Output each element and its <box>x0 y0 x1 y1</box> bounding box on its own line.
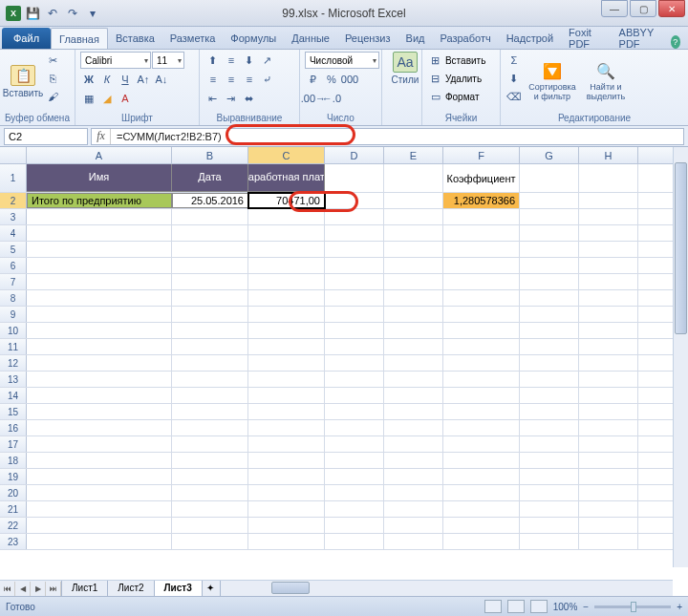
cell-c4[interactable] <box>248 225 325 241</box>
cell-b16[interactable] <box>172 420 248 435</box>
cell-a3[interactable] <box>27 209 172 224</box>
cell-e8[interactable] <box>384 290 443 306</box>
hscroll-thumb[interactable] <box>271 582 310 594</box>
decrease-font-button[interactable]: A↓ <box>153 71 170 88</box>
cell-b12[interactable] <box>172 355 248 371</box>
font-size-dropdown[interactable]: 11 <box>152 52 184 69</box>
cell-d7[interactable] <box>325 274 384 289</box>
cell-e22[interactable] <box>384 518 443 533</box>
row-header-10[interactable]: 10 <box>0 323 27 338</box>
copy-button[interactable]: ⎘ <box>44 70 61 87</box>
row-header-20[interactable]: 20 <box>0 485 27 500</box>
cells-format-button[interactable]: ▭Формат <box>427 88 495 105</box>
col-header-g[interactable]: G <box>520 147 579 163</box>
row-header-5[interactable]: 5 <box>0 242 27 257</box>
cell-b7[interactable] <box>172 274 248 289</box>
cell-h12[interactable] <box>579 355 638 371</box>
cell-d15[interactable] <box>325 404 384 419</box>
cell-f2[interactable]: 1,280578366 <box>443 193 520 208</box>
cell-e11[interactable] <box>384 339 443 354</box>
cell-f12[interactable] <box>443 355 520 371</box>
cell-g3[interactable] <box>520 209 579 224</box>
cell-b8[interactable] <box>172 290 248 306</box>
horizontal-scrollbar[interactable] <box>258 582 673 595</box>
row-header-6[interactable]: 6 <box>0 258 27 273</box>
cell-e18[interactable] <box>384 453 443 468</box>
format-painter-button[interactable]: 🖌 <box>44 88 61 105</box>
autosum-button[interactable]: Σ <box>505 52 523 69</box>
sheet-tab-3[interactable]: Лист3 <box>154 581 203 597</box>
cell-b19[interactable] <box>172 469 248 484</box>
row-header-2[interactable]: 2 <box>0 193 27 208</box>
cell-e23[interactable] <box>384 534 443 549</box>
cell-a5[interactable] <box>27 242 172 257</box>
cell-h18[interactable] <box>579 453 638 468</box>
grid-body[interactable]: 1 Имя Дата Заработная плата Коэффициент … <box>0 164 688 550</box>
cell-f1[interactable]: Коэффициент <box>443 164 520 192</box>
col-header-c[interactable]: C <box>248 147 325 163</box>
cell-g5[interactable] <box>520 242 579 257</box>
tab-layout[interactable]: Разметка <box>162 28 224 49</box>
styles-button[interactable]: Aa Стили <box>387 52 423 85</box>
redo-button[interactable]: ↷ <box>64 5 81 22</box>
cell-d18[interactable] <box>325 453 384 468</box>
cell-g9[interactable] <box>520 307 579 322</box>
tab-formulas[interactable]: Формулы <box>223 28 284 49</box>
cell-a13[interactable] <box>27 372 172 387</box>
cell-h16[interactable] <box>579 420 638 435</box>
cell-e10[interactable] <box>384 323 443 338</box>
cell-f7[interactable] <box>443 274 520 289</box>
italic-button[interactable]: К <box>98 71 116 88</box>
fx-button[interactable]: fx <box>92 129 111 144</box>
cell-e16[interactable] <box>384 420 443 435</box>
align-top-button[interactable]: ⬆ <box>204 52 222 69</box>
cell-h20[interactable] <box>579 485 638 500</box>
increase-decimal-button[interactable]: .00→ <box>305 90 322 107</box>
cell-a7[interactable] <box>27 274 172 289</box>
cell-e12[interactable] <box>384 355 443 371</box>
cell-b23[interactable] <box>172 534 248 549</box>
cell-b11[interactable] <box>172 339 248 354</box>
cell-e5[interactable] <box>384 242 443 257</box>
cell-c23[interactable] <box>248 534 325 549</box>
decrease-indent-button[interactable]: ⇤ <box>204 90 222 107</box>
cell-c9[interactable] <box>248 307 325 322</box>
cell-d19[interactable] <box>325 469 384 484</box>
cell-d9[interactable] <box>325 307 384 322</box>
cell-c11[interactable] <box>248 339 325 354</box>
undo-button[interactable]: ↶ <box>44 5 61 22</box>
cell-a11[interactable] <box>27 339 172 354</box>
row-header-7[interactable]: 7 <box>0 274 27 289</box>
cell-c7[interactable] <box>248 274 325 289</box>
font-name-dropdown[interactable]: Calibri <box>80 52 151 69</box>
tab-home[interactable]: Главная <box>51 28 108 49</box>
cell-b21[interactable] <box>172 501 248 517</box>
number-format-dropdown[interactable]: Числовой <box>305 52 379 69</box>
cell-f3[interactable] <box>443 209 520 224</box>
row-header-16[interactable]: 16 <box>0 420 27 435</box>
cell-g22[interactable] <box>520 518 579 533</box>
wrap-text-button[interactable]: ⤶ <box>259 71 276 88</box>
cell-e7[interactable] <box>384 274 443 289</box>
close-button[interactable]: ✕ <box>658 0 685 17</box>
cell-g20[interactable] <box>520 485 579 500</box>
new-sheet-button[interactable]: ✦ <box>202 581 221 597</box>
cell-a16[interactable] <box>27 420 172 435</box>
cell-b6[interactable] <box>172 258 248 273</box>
bold-button[interactable]: Ж <box>80 71 97 88</box>
cell-a6[interactable] <box>27 258 172 273</box>
align-center-button[interactable]: ≡ <box>223 71 240 88</box>
view-layout-button[interactable] <box>507 600 525 613</box>
vertical-scrollbar[interactable] <box>673 147 688 567</box>
sheet-nav-next[interactable]: ▶ <box>31 582 46 596</box>
row-header-18[interactable]: 18 <box>0 453 27 468</box>
cell-g21[interactable] <box>520 501 579 517</box>
cell-c2[interactable]: 70471,00 <box>248 193 325 208</box>
fill-color-button[interactable]: ◢ <box>98 90 116 107</box>
cell-f17[interactable] <box>443 436 520 452</box>
file-tab[interactable]: Файл <box>2 28 51 49</box>
increase-font-button[interactable]: A↑ <box>135 71 152 88</box>
row-header-19[interactable]: 19 <box>0 469 27 484</box>
border-button[interactable]: ▦ <box>80 90 97 107</box>
cell-f11[interactable] <box>443 339 520 354</box>
